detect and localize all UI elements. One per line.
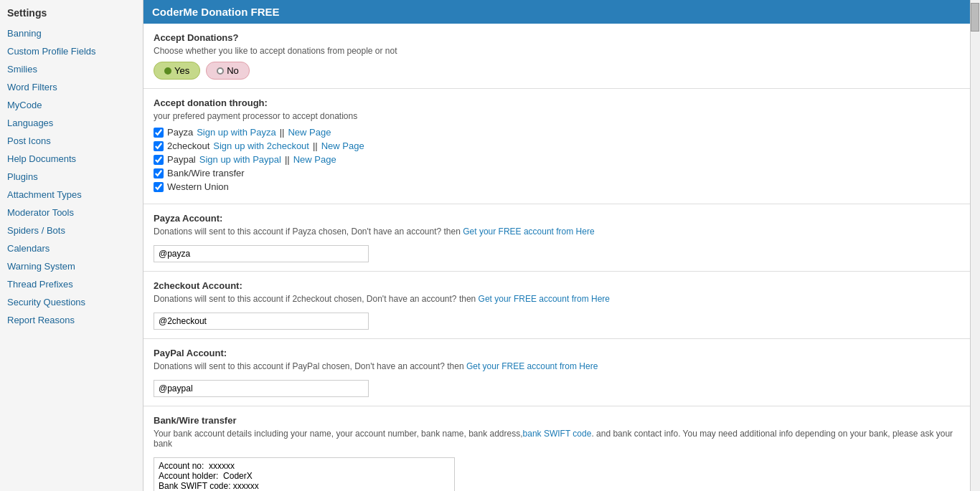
- checkbox-2checkout: 2checkout Sign up with 2checkout || New …: [154, 140, 960, 151]
- accept-donations-desc: Choose whether you like to accept donati…: [154, 46, 960, 56]
- checkbox-bank-wire: Bank/Wire transfer: [154, 168, 960, 178]
- paypal-separator: ||: [285, 154, 290, 165]
- scrollbar-thumb[interactable]: [971, 3, 979, 32]
- paypal-signup-link[interactable]: Sign up with Paypal: [199, 154, 281, 165]
- payza-account-desc: Donations will sent to this account if P…: [154, 227, 960, 237]
- section-bank-wire: Bank/Wire transfer Your bank account det…: [143, 406, 970, 491]
- checkbox-2checkout-input[interactable]: [154, 141, 164, 151]
- sidebar-item-post-icons[interactable]: Post Icons: [0, 132, 143, 150]
- checkout-account-title: 2checkout Account:: [154, 280, 960, 291]
- accept-donations-title: Accept Donations?: [154, 32, 960, 43]
- sidebar-item-plugins[interactable]: Plugins: [0, 168, 143, 186]
- sidebar-item-mycode[interactable]: MyCode: [0, 96, 143, 114]
- yes-radio-btn[interactable]: Yes: [154, 62, 200, 80]
- page-header: CoderMe Donation FREE: [143, 0, 970, 24]
- page-title: CoderMe Donation FREE: [152, 6, 280, 18]
- accept-through-title: Accept donation through:: [154, 97, 960, 108]
- checkbox-bank-wire-input[interactable]: [154, 168, 164, 178]
- 2checkout-label: 2checkout: [167, 140, 209, 151]
- payza-separator: ||: [280, 127, 285, 138]
- paypal-account-desc: Donations will sent to this account if P…: [154, 361, 960, 371]
- sidebar-item-word-filters[interactable]: Word Filters: [0, 78, 143, 96]
- accept-through-desc: your prefered payment processor to accep…: [154, 111, 960, 121]
- checkbox-paypal-input[interactable]: [154, 155, 164, 165]
- sidebar-item-thread-prefixes[interactable]: Thread Prefixes: [0, 275, 143, 293]
- 2checkout-newpage-link[interactable]: New Page: [321, 140, 364, 151]
- section-payza-account: Payza Account: Donations will sent to th…: [143, 204, 970, 272]
- sidebar-item-smilies[interactable]: Smilies: [0, 60, 143, 78]
- sidebar-item-warning-system[interactable]: Warning System: [0, 257, 143, 275]
- bank-wire-textarea[interactable]: Account no: xxxxxx Account holder: Coder…: [154, 457, 455, 491]
- main-content: CoderMe Donation FREE Accept Donations? …: [143, 0, 970, 491]
- sidebar-item-report-reasons[interactable]: Report Reasons: [0, 311, 143, 329]
- paypal-label: Paypal: [167, 154, 196, 165]
- sidebar-item-calendars[interactable]: Calendars: [0, 239, 143, 257]
- sidebar-title: Settings: [0, 3, 143, 24]
- payza-account-title: Payza Account:: [154, 213, 960, 224]
- checkout-account-desc: Donations will sent to this account if 2…: [154, 294, 960, 304]
- sidebar-item-attachment-types[interactable]: Attachment Types: [0, 186, 143, 204]
- no-label: No: [227, 65, 239, 76]
- payza-account-link[interactable]: Get your FREE account from Here: [463, 227, 594, 237]
- sidebar-item-moderator-tools[interactable]: Moderator Tools: [0, 204, 143, 221]
- payza-account-input[interactable]: [154, 245, 369, 262]
- no-radio-dot: [217, 67, 224, 75]
- section-paypal-account: PayPal Account: Donations will sent to t…: [143, 339, 970, 406]
- 2checkout-signup-link[interactable]: Sign up with 2checkout: [213, 140, 309, 151]
- bank-wire-label: Bank/Wire transfer: [167, 168, 245, 178]
- payza-signup-link[interactable]: Sign up with Payza: [197, 127, 276, 138]
- paypal-account-input[interactable]: [154, 380, 369, 397]
- paypal-account-title: PayPal Account:: [154, 348, 960, 358]
- 2checkout-separator: ||: [313, 140, 318, 151]
- checkbox-payza: Payza Sign up with Payza || New Page: [154, 127, 960, 138]
- paypal-newpage-link[interactable]: New Page: [293, 154, 336, 165]
- yes-label: Yes: [174, 65, 189, 76]
- sidebar-item-languages[interactable]: Languages: [0, 114, 143, 132]
- section-accept-donations: Accept Donations? Choose whether you lik…: [143, 24, 970, 89]
- scrollbar-track: [970, 0, 980, 491]
- no-radio-btn[interactable]: No: [206, 62, 250, 80]
- bank-wire-section-desc: Your bank account details including your…: [154, 429, 960, 449]
- sidebar-item-custom-profile-fields[interactable]: Custom Profile Fields: [0, 42, 143, 60]
- sidebar-item-help-documents[interactable]: Help Documents: [0, 150, 143, 168]
- payza-label: Payza: [167, 127, 193, 138]
- yes-radio-dot: [164, 67, 171, 75]
- sidebar: Settings Banning Custom Profile Fields S…: [0, 0, 143, 491]
- checkout-account-input[interactable]: [154, 313, 369, 330]
- checkbox-western-union-input[interactable]: [154, 182, 164, 192]
- payza-newpage-link[interactable]: New Page: [288, 127, 331, 138]
- bank-wire-section-title: Bank/Wire transfer: [154, 415, 960, 426]
- western-union-label: Western Union: [167, 181, 229, 192]
- sidebar-item-security-questions[interactable]: Security Questions: [0, 293, 143, 311]
- section-checkout-account: 2checkout Account: Donations will sent t…: [143, 272, 970, 339]
- bank-swift-link[interactable]: bank SWIFT code: [523, 429, 592, 439]
- checkbox-payza-input[interactable]: [154, 128, 164, 138]
- sidebar-item-banning[interactable]: Banning: [0, 24, 143, 42]
- section-accept-through: Accept donation through: your prefered p…: [143, 89, 970, 204]
- checkbox-western-union: Western Union: [154, 181, 960, 192]
- checkout-account-link[interactable]: Get your FREE account from Here: [479, 294, 610, 304]
- checkbox-paypal: Paypal Sign up with Paypal || New Page: [154, 154, 960, 165]
- paypal-account-link[interactable]: Get your FREE account from Here: [466, 361, 598, 371]
- sidebar-item-spiders-bots[interactable]: Spiders / Bots: [0, 221, 143, 239]
- accept-donations-radio-group: Yes No: [154, 62, 960, 80]
